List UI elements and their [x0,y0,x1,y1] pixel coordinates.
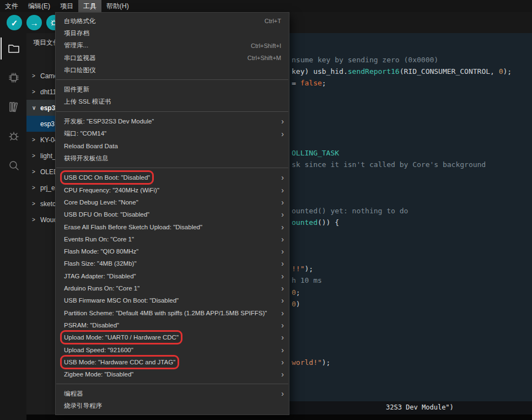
chevron-icon: > [32,217,40,223]
folder-icon [7,42,20,55]
menu-item[interactable]: USB Mode: "Hardware CDC and JTAG" › [56,356,289,368]
menu-item[interactable]: Core Debug Level: "None" › [56,196,289,208]
sidebar-item-library-manager[interactable] [1,96,26,118]
menu-item[interactable]: 编程器 › [56,387,289,400]
menu-item-label: Partition Scheme: "Default 4MB with spif… [64,310,267,316]
chevron-icon: > [32,73,40,79]
submenu-arrow-icon: › [277,390,284,397]
search-icon [7,159,20,172]
menu-item[interactable]: 烧录引导程序 [56,400,289,412]
menu-item[interactable]: Zigbee Mode: "Disabled" › [56,368,289,380]
submenu-arrow-icon: › [277,370,284,378]
sidebar-item-boards-manager[interactable] [1,67,26,89]
menu-item[interactable]: 串口绘图仪 [56,64,289,76]
menu-item-label: 固件更新 [64,85,89,94]
code-line: 0; [292,288,300,297]
menu-item-label: Arduino Runs On: "Core 1" [64,285,139,292]
menu-separator [56,111,288,112]
menu-item[interactable]: Upload Mode: "UART0 / Hardware CDC" › [56,331,289,343]
menu-item-label: Zigbee Mode: "Disabled" [64,371,133,378]
code-line: !!"); [292,265,313,273]
menu-item[interactable]: Flash Mode: "QIO 80MHz" › [56,245,289,257]
sidebar-item-search[interactable] [1,154,26,176]
menu-item[interactable]: Arduino Runs On: "Core 1" › [56,282,289,294]
menu-item-label: USB Mode: "Hardware CDC and JTAG" [64,359,175,365]
chip-icon [7,71,20,84]
menu-item-label: 项目存档 [64,29,89,37]
menu-item[interactable]: USB Firmware MSC On Boot: "Disabled" › [56,294,289,306]
submenu-arrow-icon: › [277,198,284,206]
menu-item-label: Flash Size: "4MB (32Mb)" [64,260,137,267]
code-line: OLLING_TASK [292,149,339,158]
submenu-arrow-icon: › [277,260,284,267]
submenu-arrow-icon: › [277,247,284,255]
code-line: h 10 ms [292,276,322,285]
chevron-icon: > [32,153,40,159]
menu-item[interactable]: 自动格式化 Ctrl+T [56,15,289,27]
chevron-icon: > [32,185,40,191]
code-line: ounted()) { [292,218,339,227]
menu-item[interactable]: Reload Board Data [56,140,289,152]
submenu-arrow-icon: › [277,346,284,354]
menu-item[interactable]: 管理库... Ctrl+Shift+I [56,40,289,52]
tree-item-label: light_ [40,152,56,160]
menu-item[interactable]: Erase All Flash Before Sketch Upload: "D… [56,220,289,233]
menubar-item[interactable]: 项目 [55,0,78,12]
submenu-arrow-icon: › [277,130,284,138]
tree-item-label: dht11 [40,88,56,96]
submenu-arrow-icon: › [277,358,284,366]
sidebar-item-sketchbook[interactable] [1,37,26,60]
menu-item-shortcut: Ctrl+Shift+M [248,55,284,61]
code-line: nsume key by sending zero (0x0000) [292,56,438,64]
submenu-arrow-icon: › [277,186,284,194]
code-line: key) usb_hid.sendReport16(RID_CONSUMER_C… [292,67,512,76]
code-line: sk since it isn't called by Core's backg… [292,160,486,169]
menu-item-label: Events Run On: "Core 1" [64,236,134,243]
submenu-arrow-icon: › [277,284,284,292]
menubar-item[interactable]: 文件 [0,0,23,12]
menu-item[interactable]: Upload Speed: "921600" › [56,343,289,356]
menu-item[interactable]: Events Run On: "Core 1" › [56,233,289,245]
menu-item[interactable]: Flash Size: "4MB (32Mb)" › [56,257,289,270]
menu-item[interactable]: CPU Frequency: "240MHz (WiFi)" › [56,184,289,196]
menu-item[interactable]: USB CDC On Boot: "Disabled" › [56,171,289,184]
submenu-arrow-icon: › [277,333,284,341]
menu-item[interactable]: 获得开发板信息 [56,152,289,164]
menu-item[interactable]: Partition Scheme: "Default 4MB with spif… [56,307,289,319]
chevron-icon: > [32,89,40,95]
menu-item-label: Flash Mode: "QIO 80MHz" [64,248,138,255]
code-line: ounted() yet: nothing to do [292,207,408,216]
menu-item[interactable]: 固件更新 [56,83,289,95]
menubar-item[interactable]: 帮助(H) [101,0,134,12]
output-text: 32S3 Dev Module") [386,403,454,411]
menu-item[interactable]: 串口监视器 Ctrl+Shift+M [56,52,289,64]
menu-item[interactable]: 项目存档 [56,27,289,39]
code-line: = false; [292,79,326,88]
menu-separator [56,384,288,384]
menu-item-label: Upload Mode: "UART0 / Hardware CDC" [64,334,179,341]
verify-button[interactable]: ✓ [7,15,22,30]
menu-item-label: 管理库... [64,41,88,50]
menu-item-label: Core Debug Level: "None" [64,199,138,206]
menu-item-label: Reload Board Data [64,143,118,149]
menu-item-label: 串口监视器 [64,54,96,62]
menu-item[interactable]: USB DFU On Boot: "Disabled" › [56,208,289,220]
menu-item-label: USB CDC On Boot: "Disabled" [64,174,150,181]
tree-item-label: esp3 [40,120,55,128]
sidebar-item-debugger[interactable] [1,125,26,147]
submenu-arrow-icon: › [277,297,284,304]
menubar-item[interactable]: 工具 [78,0,101,12]
code-line: 0) [292,300,300,309]
books-icon [7,100,20,114]
menubar-item[interactable]: 编辑(E) [23,0,55,12]
menu-item[interactable]: 上传 SSL 根证书 [56,96,289,108]
menu-item[interactable]: JTAG Adapter: "Disabled" › [56,270,289,282]
menu-item[interactable]: 开发板: "ESP32S3 Dev Module" › [56,115,289,127]
menu-item-label: 上传 SSL 根证书 [64,98,111,106]
menu-item-label: 开发板: "ESP32S3 Dev Module" [64,117,154,126]
menu-item[interactable]: 端口: "COM14" › [56,127,289,139]
menu-item-shortcut: Ctrl+Shift+I [251,42,284,49]
arduino-ide-window: 文件 编辑(E) 项目 工具 帮助(H) ✓ → [0,0,532,420]
upload-button[interactable]: → [26,15,42,30]
menu-item[interactable]: PSRAM: "Disabled" › [56,319,289,331]
